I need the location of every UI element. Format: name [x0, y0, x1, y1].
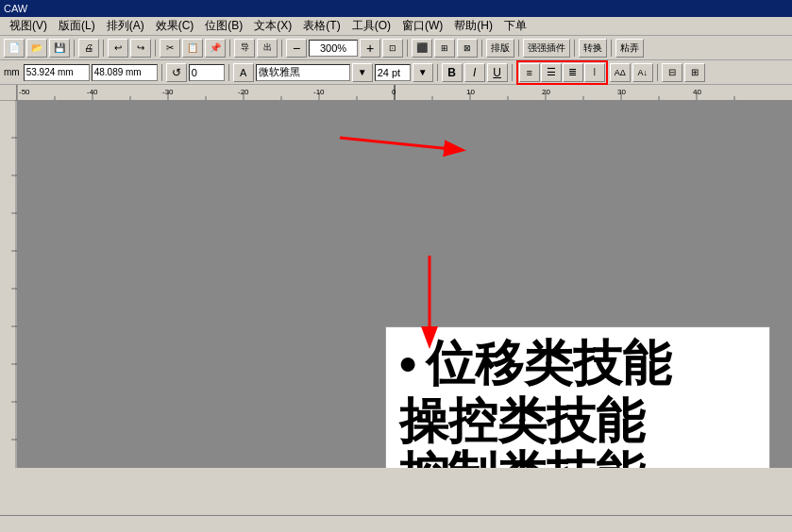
text-extra2-button[interactable]: A↓ — [632, 63, 653, 82]
toolbar2: mm 53.924 mm 48.089 mm ↺ 0 A 微软雅黑 ▼ 24 p… — [0, 60, 792, 85]
underline-button[interactable]: U — [487, 63, 508, 82]
font-name-box[interactable]: 微软雅黑 — [256, 64, 350, 81]
text-line3-content: 控制类技能 — [399, 447, 645, 468]
svg-text:40: 40 — [693, 88, 701, 96]
title-bar: CAW — [0, 0, 792, 17]
sep-t5 — [657, 64, 658, 81]
menu-window[interactable]: 窗口(W) — [396, 18, 448, 34]
menu-layout[interactable]: 版面(L) — [53, 18, 101, 34]
menu-view[interactable]: 视图(V) — [4, 18, 53, 34]
rotate-ccw-button[interactable]: ↺ — [166, 63, 187, 82]
canvas-area: -5 • 位移类技能 操控类技能 控制类技能 — [0, 100, 792, 468]
svg-text:20: 20 — [542, 88, 550, 96]
menu-tools[interactable]: 工具(O) — [346, 18, 396, 34]
open-button[interactable]: 📂 — [26, 39, 47, 58]
export-button[interactable]: 出 — [257, 39, 278, 58]
menu-help[interactable]: 帮助(H) — [448, 18, 498, 34]
separator8 — [518, 40, 519, 57]
svg-text:-10: -10 — [313, 88, 325, 96]
align-left-button[interactable]: ≡ — [519, 63, 540, 82]
zoom-select[interactable]: ⬛ — [412, 39, 432, 58]
paste2-button[interactable]: 粘弄 — [615, 39, 644, 58]
zoom-out-button[interactable]: − — [286, 39, 307, 58]
menu-text[interactable]: 文本(X) — [248, 18, 297, 34]
menu-bar: 视图(V) 版面(L) 排列(A) 效果(C) 位图(B) 文本(X) 表格(T… — [0, 17, 792, 36]
zoom-all[interactable]: ⊠ — [457, 39, 478, 58]
separator7 — [481, 40, 482, 57]
separator9 — [574, 40, 575, 57]
svg-text:-40: -40 — [87, 88, 98, 96]
font-dropdown-button[interactable]: ▼ — [352, 63, 373, 82]
sep-t1 — [161, 64, 162, 81]
alignment-group-highlight: ≡ ☰ ≣ ⁞ — [516, 60, 608, 85]
zoom-page[interactable]: ⊞ — [434, 39, 455, 58]
ruler-container: -50 -40 -30 -20 -10 0 10 20 30 40 — [0, 85, 792, 100]
align-right-button[interactable]: ≣ — [563, 63, 583, 82]
menu-order[interactable]: 下单 — [498, 18, 532, 34]
cut-button[interactable]: ✂ — [160, 39, 180, 58]
align-center-button[interactable]: ☰ — [541, 63, 562, 82]
font-icon-button[interactable]: A — [233, 63, 254, 82]
new-button[interactable]: 📄 — [4, 39, 25, 58]
svg-rect-30 — [0, 100, 17, 468]
bullet-point: • — [399, 340, 416, 389]
tabs-button[interactable]: ⊞ — [684, 63, 705, 82]
paste-button[interactable]: 📌 — [205, 39, 226, 58]
text-line1: • 位移类技能 — [399, 337, 756, 391]
text-line1-content: 位移类技能 — [426, 337, 671, 391]
coord-y-box[interactable]: 48.089 mm — [92, 64, 158, 81]
separator5 — [281, 40, 282, 57]
redo-button[interactable]: ↪ — [130, 39, 151, 58]
svg-text:10: 10 — [466, 88, 475, 96]
separator6 — [407, 40, 408, 57]
ruler-horizontal: -50 -40 -30 -20 -10 0 10 20 30 40 — [17, 85, 792, 100]
menu-arrange[interactable]: 排列(A) — [101, 18, 150, 34]
svg-text:30: 30 — [617, 88, 626, 96]
columns-button[interactable]: ⊟ — [662, 63, 682, 82]
text-line2-content: 操控类技能 — [399, 393, 645, 448]
text-extra1-button[interactable]: AΔ — [610, 63, 631, 82]
menu-effects[interactable]: 效果(C) — [150, 18, 200, 34]
status-bar — [0, 515, 792, 532]
font-size-box[interactable]: 24 pt — [375, 64, 411, 81]
separator4 — [229, 40, 230, 57]
save-button[interactable]: 💾 — [49, 39, 70, 58]
separator1 — [74, 40, 75, 57]
convert-button[interactable]: 转换 — [579, 39, 607, 58]
coord-label-mm: mm — [4, 67, 20, 77]
svg-text:-30: -30 — [162, 88, 174, 96]
import-button[interactable]: 导 — [234, 39, 255, 58]
text-content-box[interactable]: • 位移类技能 操控类技能 控制类技能 — [385, 326, 770, 468]
align-justify-button[interactable]: ⁞ — [584, 63, 605, 82]
sep-t2 — [228, 64, 229, 81]
separator3 — [155, 40, 156, 57]
svg-text:0: 0 — [392, 88, 396, 96]
copy-button[interactable]: 📋 — [182, 39, 203, 58]
separator10 — [611, 40, 612, 57]
text-line2: 操控类技能 — [399, 394, 756, 448]
svg-text:-50: -50 — [19, 88, 30, 96]
paiban-button[interactable]: 排版 — [486, 39, 514, 58]
menu-bitmap[interactable]: 位图(B) — [199, 18, 248, 34]
rotation-box[interactable]: 0 — [189, 64, 225, 81]
print-button[interactable]: 🖨 — [78, 39, 99, 58]
separator2 — [103, 40, 104, 57]
menu-table[interactable]: 表格(T) — [297, 18, 345, 34]
italic-button[interactable]: I — [464, 63, 485, 82]
toolbar1: 📄 📂 💾 🖨 ↩ ↪ ✂ 📋 📌 导 出 − 300% + ⊡ ⬛ ⊞ ⊠ 排… — [0, 36, 792, 60]
text-line3: 控制类技能 — [399, 448, 756, 468]
ruler-vertical: -5 — [0, 100, 17, 468]
bold-button[interactable]: B — [442, 63, 463, 82]
plugin-button[interactable]: 强强插件 — [523, 39, 570, 58]
font-size-dropdown-button[interactable]: ▼ — [413, 63, 433, 82]
ruler-corner — [0, 85, 17, 100]
sep-t3 — [437, 64, 438, 81]
zoom-in-button[interactable]: + — [360, 39, 380, 58]
zoom-level[interactable]: 300% — [309, 40, 358, 57]
undo-button[interactable]: ↩ — [108, 39, 128, 58]
coord-x-box[interactable]: 53.924 mm — [24, 64, 90, 81]
title-text: CAW — [4, 3, 27, 14]
page-background: • 位移类技能 操控类技能 控制类技能 — [17, 100, 792, 468]
zoom-fit-button[interactable]: ⊡ — [382, 39, 403, 58]
svg-text:-20: -20 — [238, 88, 249, 96]
